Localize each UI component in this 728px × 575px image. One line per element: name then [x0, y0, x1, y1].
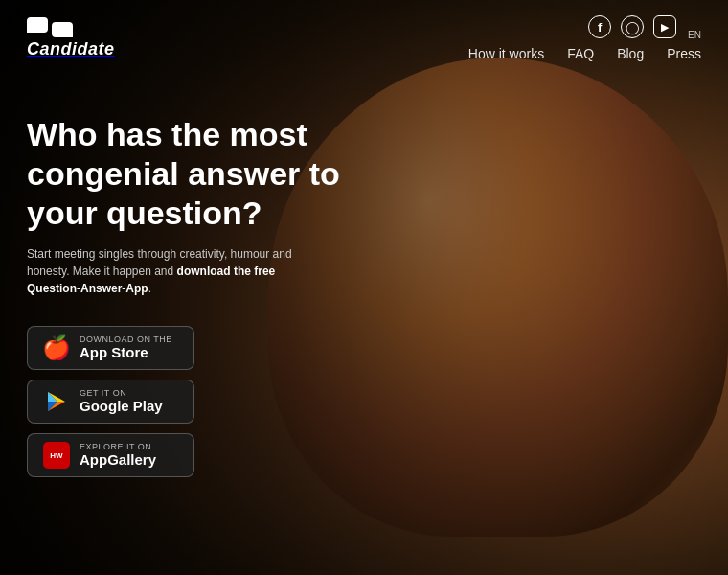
nav-press[interactable]: Press [667, 46, 701, 61]
huawei-icon: HW [43, 442, 70, 469]
google-play-label: Google Play [80, 398, 163, 415]
youtube-icon[interactable]: ▶ [653, 15, 676, 38]
google-play-small-label: GET IT ON [80, 388, 163, 398]
app-store-button[interactable]: 🍎 Download on the App Store [27, 326, 194, 370]
subtitle-post: . [148, 282, 151, 295]
nav-faq[interactable]: FAQ [567, 46, 594, 61]
google-play-icon [43, 388, 70, 415]
social-icons: f ◯ ▶ [588, 15, 676, 38]
hero-content: Who has the most congenial answer to you… [0, 77, 402, 477]
logo-text: Candidate [27, 39, 115, 59]
header-right: f ◯ ▶ EN How it works FAQ Blog Press [468, 15, 701, 61]
main-nav: How it works FAQ Blog Press [468, 46, 701, 61]
app-store-label: App Store [80, 344, 172, 361]
logo[interactable]: Candidate [27, 17, 115, 59]
social-row: f ◯ ▶ EN [588, 15, 701, 46]
nav-blog[interactable]: Blog [617, 46, 644, 61]
app-gallery-small-label: EXPLORE IT ON [80, 442, 156, 451]
logo-icon [27, 17, 73, 37]
facebook-icon[interactable]: f [588, 15, 611, 38]
hero-heading: Who has the most congenial answer to you… [27, 115, 375, 232]
google-play-button[interactable]: GET IT ON Google Play [27, 380, 194, 424]
hero-subtitle: Start meeting singles through creativity… [27, 245, 314, 297]
nav-how-it-works[interactable]: How it works [468, 46, 544, 61]
instagram-icon[interactable]: ◯ [621, 15, 644, 38]
site-header: Candidate f ◯ ▶ EN How it works FAQ Blog… [0, 0, 728, 77]
apple-icon: 🍎 [43, 334, 70, 361]
app-gallery-label: AppGallery [80, 451, 156, 469]
app-store-small-label: Download on the [80, 334, 172, 344]
language-selector[interactable]: EN [688, 30, 701, 40]
app-gallery-button[interactable]: HW EXPLORE IT ON AppGallery [27, 433, 194, 477]
store-buttons: 🍎 Download on the App Store [27, 326, 375, 477]
